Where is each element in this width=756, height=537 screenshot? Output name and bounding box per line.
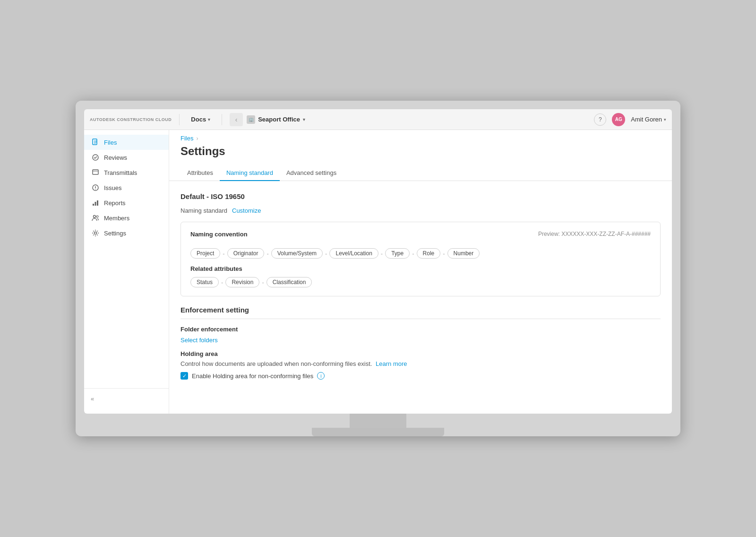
naming-standard-header: Naming standard Customize — [180, 207, 661, 214]
chip-sep-6: - — [441, 250, 446, 257]
chip-type[interactable]: Type — [385, 248, 410, 259]
sidebar-reviews-label: Reviews — [104, 154, 127, 161]
chip-number[interactable]: Number — [447, 248, 480, 259]
transmittals-icon — [92, 169, 99, 176]
app-layout: Files Reviews — [84, 130, 672, 414]
top-bar: AUTODESK CONSTRUCTION CLOUD Docs ▾ ‹ 🏢 S… — [84, 109, 672, 130]
members-icon — [92, 214, 99, 222]
chip-classification[interactable]: Classification — [266, 277, 312, 287]
monitor-stand — [84, 414, 672, 436]
user-name: Amit Goren — [631, 116, 662, 123]
project-icon: 🏢 — [247, 115, 255, 124]
collapse-button[interactable]: « — [84, 392, 169, 405]
tab-attributes[interactable]: Attributes — [180, 165, 220, 181]
chip-revision[interactable]: Revision — [225, 277, 259, 287]
svg-rect-7 — [95, 202, 96, 206]
breadcrumb-files[interactable]: Files — [180, 135, 193, 142]
tabs-bar: Attributes Naming standard Advanced sett… — [169, 165, 672, 181]
sidebar-transmittals-label: Transmittals — [104, 169, 137, 176]
settings-icon — [92, 229, 99, 237]
holding-area-checkbox[interactable]: ✓ — [180, 372, 188, 380]
docs-label: Docs — [191, 116, 206, 123]
enforcement-title: Enforcement setting — [180, 306, 661, 319]
naming-standard-label: Naming standard — [180, 207, 227, 214]
acc-logo: AUTODESK CONSTRUCTION CLOUD — [90, 117, 172, 122]
help-icon[interactable]: ? — [594, 113, 606, 126]
chip-project[interactable]: Project — [190, 248, 220, 259]
svg-rect-6 — [93, 204, 94, 206]
sidebar-bottom: « — [84, 388, 169, 409]
chip-sep-5: - — [411, 250, 415, 257]
holding-area-label: Holding area — [180, 350, 661, 357]
customize-link[interactable]: Customize — [232, 207, 261, 214]
reports-icon — [92, 199, 99, 207]
collapse-icon: « — [91, 395, 94, 402]
svg-point-10 — [96, 216, 98, 217]
breadcrumb: Files › — [169, 130, 672, 142]
related-chips-row: Status - Revision - Classification — [190, 277, 651, 287]
content-area: Default - ISO 19650 Naming standard Cust… — [169, 181, 672, 391]
back-button[interactable]: ‹ — [230, 113, 243, 126]
chip-role[interactable]: Role — [417, 248, 441, 259]
user-name-area[interactable]: Amit Goren ▾ — [631, 116, 666, 123]
enforcement-section: Enforcement setting Folder enforcement S… — [180, 306, 661, 380]
checkbox-row: ✓ Enable Holding area for non-conforming… — [180, 372, 661, 380]
chip-originator[interactable]: Originator — [227, 248, 265, 259]
naming-convention-label: Naming convention — [190, 231, 248, 238]
chip-volume-system[interactable]: Volume/System — [271, 248, 323, 259]
naming-card: Naming convention Preview: XXXXXX-XXX-ZZ… — [180, 222, 661, 296]
preview-text: Preview: XXXXXX-XXX-ZZ-ZZ-AF-A-###### — [538, 231, 651, 237]
svg-rect-2 — [93, 170, 98, 174]
user-avatar: AG — [612, 113, 625, 126]
chip-sep-3: - — [324, 250, 328, 257]
top-bar-right: ? AG Amit Goren ▾ — [594, 113, 666, 126]
stand-base — [312, 428, 444, 436]
svg-point-9 — [94, 216, 96, 218]
info-icon[interactable]: i — [317, 372, 325, 380]
page-title: Settings — [169, 142, 672, 165]
sidebar-settings-label: Settings — [104, 230, 126, 237]
related-chip-sep-1: - — [220, 279, 224, 286]
chip-sep-2: - — [265, 250, 270, 257]
top-bar-divider — [179, 114, 180, 125]
breadcrumb-sep: › — [196, 135, 198, 142]
sidebar-item-members[interactable]: Members — [84, 210, 169, 225]
back-arrow-icon: ‹ — [235, 116, 238, 123]
chip-sep-4: - — [379, 250, 384, 257]
svg-rect-8 — [97, 200, 98, 206]
sidebar-issues-label: Issues — [104, 184, 122, 191]
sidebar-item-issues[interactable]: Issues — [84, 180, 169, 195]
files-icon — [92, 139, 99, 146]
tab-advanced-settings[interactable]: Advanced settings — [280, 165, 343, 181]
tab-naming-standard[interactable]: Naming standard — [220, 165, 280, 181]
project-name-area: 🏢 Seaport Office ▾ — [247, 115, 305, 124]
sidebar: Files Reviews — [84, 130, 169, 414]
related-chip-sep-2: - — [260, 279, 265, 286]
naming-chips-row: Project - Originator - Volume/System - L… — [190, 248, 651, 259]
user-chevron-icon: ▾ — [664, 117, 666, 122]
sidebar-item-files[interactable]: Files — [84, 135, 169, 150]
svg-point-11 — [94, 232, 97, 234]
chip-level-location[interactable]: Level/Location — [329, 248, 378, 259]
sidebar-files-label: Files — [104, 139, 117, 146]
svg-point-5 — [95, 189, 96, 190]
sidebar-members-label: Members — [104, 215, 129, 222]
sidebar-item-settings[interactable]: Settings — [84, 225, 169, 241]
sidebar-item-reviews[interactable]: Reviews — [84, 150, 169, 165]
docs-chevron-icon: ▾ — [208, 117, 210, 122]
learn-more-link[interactable]: Learn more — [376, 360, 407, 367]
sidebar-reports-label: Reports — [104, 199, 126, 207]
docs-button[interactable]: Docs ▾ — [187, 114, 214, 125]
chip-status[interactable]: Status — [190, 277, 219, 287]
project-chevron-icon: ▾ — [303, 117, 305, 122]
app-nav: Docs ▾ — [187, 114, 214, 125]
folder-enforcement-label: Folder enforcement — [180, 326, 661, 333]
sidebar-item-reports[interactable]: Reports — [84, 195, 169, 210]
section-title: Default - ISO 19650 — [180, 192, 661, 200]
select-folders-link[interactable]: Select folders — [180, 337, 661, 344]
top-bar-divider2 — [222, 114, 222, 125]
checkbox-label: Enable Holding area for non-conforming f… — [192, 372, 313, 380]
reviews-icon — [92, 154, 99, 161]
sidebar-item-transmittals[interactable]: Transmittals — [84, 165, 169, 180]
checkbox-check-icon: ✓ — [182, 373, 187, 379]
